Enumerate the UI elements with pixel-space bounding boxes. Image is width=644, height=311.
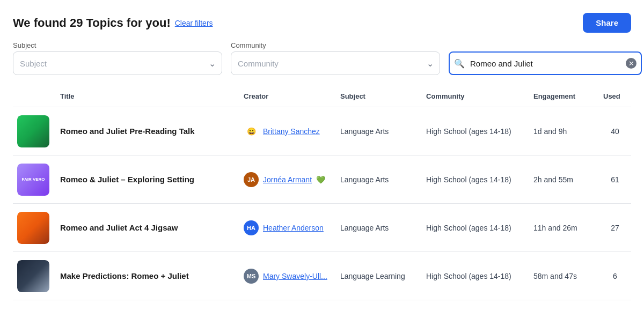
- creator-name-link[interactable]: Brittany Sanchez: [263, 127, 320, 136]
- row-engagement: 11h and 26m: [529, 224, 599, 232]
- search-box: 🔍 ✕: [449, 51, 642, 75]
- results-header: We found 29 Topics for you! Clear filter…: [13, 16, 213, 30]
- thumbnail-image: FAIR VERO: [17, 164, 49, 196]
- row-creator: 😀 Brittany Sanchez: [239, 124, 336, 139]
- clear-filters-link[interactable]: Clear filters: [175, 19, 213, 27]
- row-creator: JA Jornéa Armant 💚: [239, 172, 336, 187]
- row-title: Romeo and Juliet Act 4 Jigsaw: [56, 223, 239, 232]
- row-community: High School (ages 14-18): [422, 175, 529, 184]
- row-thumbnail: [17, 260, 49, 292]
- search-group: 🔍 ✕: [449, 41, 642, 75]
- creator-avatar: MS: [244, 269, 259, 284]
- subject-select-wrapper: Subject Language ArtsLanguage LearningMa…: [13, 51, 222, 75]
- row-title: Romeo & Juliet – Exploring Setting: [56, 175, 239, 184]
- table-header: Title Creator Subject Community Engageme…: [13, 86, 631, 107]
- creator-name-link[interactable]: Mary Swavely-Ull...: [263, 272, 327, 280]
- col-header-title: Title: [56, 90, 239, 102]
- row-community: High School (ages 14-18): [422, 272, 529, 280]
- thumbnail-image: [17, 260, 49, 292]
- filters-row: Subject Subject Language ArtsLanguage Le…: [13, 41, 631, 75]
- community-select[interactable]: Community High School (ages 14-18)Middle…: [231, 51, 440, 75]
- row-thumbnail: [17, 212, 49, 244]
- row-used: 61: [599, 175, 631, 184]
- row-thumbnail: FAIR VERO: [17, 164, 49, 196]
- col-header-thumbnail: [13, 90, 56, 102]
- subject-filter-group: Subject Subject Language ArtsLanguage Le…: [13, 41, 222, 75]
- subject-filter-label: Subject: [13, 41, 222, 49]
- community-select-wrapper: Community High School (ages 14-18)Middle…: [231, 51, 440, 75]
- col-header-subject: Subject: [336, 90, 422, 102]
- row-used: 40: [599, 127, 631, 136]
- table-row: Romeo and Juliet Pre-Reading Talk 😀 Brit…: [13, 107, 631, 156]
- row-subject: Language Arts: [336, 175, 422, 184]
- col-header-community: Community: [422, 90, 529, 102]
- share-button[interactable]: Share: [583, 13, 631, 33]
- search-input[interactable]: [449, 51, 642, 75]
- thumbnail-image: [17, 115, 49, 147]
- row-engagement: 1d and 9h: [529, 127, 599, 136]
- community-filter-group: Community Community High School (ages 14…: [231, 41, 440, 75]
- col-header-engagement: Engagement: [529, 90, 599, 102]
- row-subject: Language Arts: [336, 127, 422, 136]
- heart-icon: 💚: [316, 175, 325, 184]
- row-used: 27: [599, 224, 631, 232]
- row-title: Romeo and Juliet Pre-Reading Talk: [56, 127, 239, 136]
- top-bar: We found 29 Topics for you! Clear filter…: [13, 13, 631, 33]
- table-row: FAIR VERO Romeo & Juliet – Exploring Set…: [13, 156, 631, 204]
- table-row: Make Predictions: Romeo + Juliet MS Mary…: [13, 252, 631, 300]
- row-creator: HA Heather Anderson: [239, 220, 336, 235]
- row-used: 6: [599, 272, 631, 280]
- search-clear-icon[interactable]: ✕: [626, 58, 636, 69]
- col-header-creator: Creator: [239, 90, 336, 102]
- table-row: Romeo and Juliet Act 4 Jigsaw HA Heather…: [13, 204, 631, 252]
- creator-avatar: JA: [244, 172, 259, 187]
- row-engagement: 2h and 55m: [529, 175, 599, 184]
- search-label: [449, 41, 642, 49]
- subject-select[interactable]: Subject Language ArtsLanguage LearningMa…: [13, 51, 222, 75]
- row-title: Make Predictions: Romeo + Juliet: [56, 271, 239, 280]
- row-community: High School (ages 14-18): [422, 127, 529, 136]
- row-subject: Language Learning: [336, 272, 422, 280]
- creator-name-link[interactable]: Jornéa Armant: [263, 175, 312, 184]
- page-wrapper: We found 29 Topics for you! Clear filter…: [0, 0, 644, 300]
- results-title: We found 29 Topics for you!: [13, 16, 171, 30]
- creator-name-link[interactable]: Heather Anderson: [263, 224, 324, 232]
- row-community: High School (ages 14-18): [422, 224, 529, 232]
- row-engagement: 58m and 47s: [529, 272, 599, 280]
- creator-avatar: 😀: [244, 124, 259, 139]
- row-subject: Language Arts: [336, 224, 422, 232]
- row-thumbnail: [17, 115, 49, 147]
- thumbnail-image: [17, 212, 49, 244]
- row-creator: MS Mary Swavely-Ull...: [239, 269, 336, 284]
- col-header-used: Used: [599, 90, 631, 102]
- results-table: Title Creator Subject Community Engageme…: [13, 86, 631, 300]
- search-icon: 🔍: [454, 58, 465, 69]
- creator-avatar: HA: [244, 220, 259, 235]
- community-filter-label: Community: [231, 41, 440, 49]
